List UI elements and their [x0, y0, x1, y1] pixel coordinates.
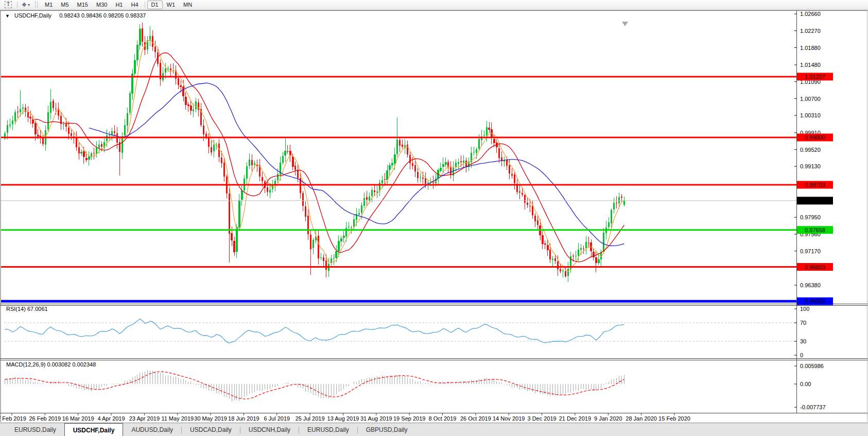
- text-tool-icon: T: [5, 1, 12, 8]
- dropdown-caret-icon: ▾: [28, 3, 30, 7]
- price-badge-0.96803: 0.96803: [797, 263, 833, 271]
- date-tick-label: 26 Feb 2019: [29, 415, 61, 422]
- timeframe-button-group: M1M5M15M30H1H4D1W1MN: [41, 1, 196, 9]
- date-tick-label: 4 Apr 2019: [97, 415, 125, 422]
- svg-text:0.97658: 0.97658: [805, 227, 825, 233]
- date-tick-label: 3 Dec 2019: [527, 415, 556, 422]
- toolbar-separator: [145, 2, 145, 8]
- tab-USDCNH-4[interactable]: USDCNH,Daily: [240, 423, 299, 436]
- timeframe-button-H1[interactable]: H1: [111, 1, 127, 9]
- moving-average-lines: [15, 40, 624, 272]
- price-tick-label: 0.99130: [800, 163, 821, 169]
- current-price-badge: 0.98337: [797, 197, 833, 204]
- tab-GBPUSD-6[interactable]: GBPUSD,Daily: [358, 423, 416, 436]
- macd-scale-label: 0.00: [800, 381, 811, 387]
- chart-title: ▼ USDCHF,Daily 0.98243 0.98436 0.98205 0…: [5, 12, 146, 19]
- svg-text:0.96008: 0.96008: [805, 298, 825, 304]
- tab-EURUSD-5[interactable]: EURUSD,Daily: [299, 423, 357, 436]
- date-tick-label: 13 Aug 2019: [327, 415, 359, 422]
- date-tick-label: 9 Jan 2020: [594, 415, 622, 422]
- rsi-scale-label: 70: [800, 320, 806, 326]
- date-tick-label: 28 Jan 2020: [626, 415, 657, 422]
- timeframe-button-W1[interactable]: W1: [163, 1, 180, 9]
- svg-text:0.96803: 0.96803: [805, 264, 825, 270]
- macd-signal-line: [5, 372, 624, 399]
- chart-ohlc-readout: 0.98243 0.98436 0.98205 0.98337: [59, 12, 146, 19]
- text-tool-button[interactable]: T: [3, 1, 15, 9]
- timeframe-button-M1[interactable]: M1: [41, 1, 57, 9]
- toolbar: T ❖ ▾ M1M5M15M30H1H4D1W1MN: [0, 0, 868, 10]
- timeframe-button-H4[interactable]: H4: [127, 1, 142, 9]
- macd-scale-label: -0.007737: [800, 404, 826, 410]
- date-tick-label: 8 Oct 2019: [429, 415, 457, 422]
- svg-text:0.98337: 0.98337: [805, 198, 825, 204]
- chart-canvas[interactable]: 1.026601.022701.018801.014801.010901.007…: [0, 10, 868, 423]
- date-tick-label: 18 Jun 2019: [228, 415, 259, 422]
- timeframe-button-M30[interactable]: M30: [92, 1, 111, 9]
- shift-marker-icon: [622, 22, 628, 26]
- date-tick-label: 7 Feb 2019: [0, 415, 26, 422]
- price-badge-0.98703: 0.98703: [797, 181, 833, 189]
- timeframe-button-MN[interactable]: MN: [179, 1, 196, 9]
- toolbar-grip[interactable]: [35, 2, 38, 8]
- chart-symbol-label: USDCHF,Daily: [14, 12, 52, 19]
- macd-indicator-label: MACD(12,26,9) 0.003082 0.002348: [6, 361, 96, 368]
- candlestick-series: [4, 23, 625, 282]
- price-tick-label: 1.02270: [800, 28, 821, 34]
- date-tick-label: 31 Aug 2019: [360, 415, 392, 422]
- price-tick-label: 0.99520: [800, 147, 821, 153]
- tab-AUDUSD-2[interactable]: AUDUSD,Daily: [123, 423, 181, 436]
- tab-EURUSD-0[interactable]: EURUSD,Daily: [6, 423, 64, 436]
- price-tick-label: 0.97950: [800, 214, 821, 220]
- rsi-scale-label: 30: [800, 338, 806, 344]
- price-tick-label: 0.96380: [800, 282, 821, 288]
- tab-USDCHF-1[interactable]: USDCHF,Daily: [64, 423, 124, 436]
- rsi-indicator-label: RSI(14) 67.0061: [6, 306, 48, 312]
- timeframe-button-D1[interactable]: D1: [147, 1, 163, 9]
- date-tick-label: 11 May 2019: [161, 415, 194, 422]
- ma-5-line: [15, 40, 624, 272]
- date-tick-label: 15 Feb 2020: [658, 415, 690, 422]
- price-badge-0.97658: 0.97658: [797, 226, 833, 234]
- generated-chart-layers: 1.026601.022701.018801.014801.010901.007…: [0, 10, 868, 422]
- svg-text:0.99800: 0.99800: [805, 134, 825, 141]
- date-tick-label: 14 Nov 2019: [493, 415, 525, 422]
- price-tick-label: 1.00700: [800, 96, 821, 102]
- svg-text:0.98703: 0.98703: [805, 182, 825, 188]
- price-badge-0.96008: 0.96008: [797, 298, 833, 305]
- rsi-scale-label: 0: [800, 352, 803, 358]
- date-tick-label: 21 Dec 2019: [559, 415, 591, 422]
- date-tick-label: 26 Oct 2019: [460, 415, 491, 422]
- toolbar-separator: [17, 2, 18, 8]
- price-badge-1.01207: 1.01207: [797, 73, 833, 80]
- price-tick-label: 1.02660: [800, 11, 821, 17]
- date-tick-label: 23 Apr 2019: [129, 415, 160, 422]
- date-tick-label: 25 Jul 2019: [296, 415, 325, 422]
- date-tick-label: 30 May 2019: [194, 415, 227, 422]
- price-tick-label: 1.01880: [800, 45, 821, 51]
- price-tick-label: 1.00310: [800, 112, 821, 118]
- symbol-tab-bar: EURUSD,DailyUSDCHF,DailyAUDUSD,DailyUSDC…: [0, 423, 868, 436]
- date-tick-label: 19 Sep 2019: [393, 415, 425, 422]
- arrange-windows-icon: ❖: [22, 2, 27, 8]
- date-axis[interactable]: 7 Feb 201926 Feb 201916 Mar 20194 Apr 20…: [0, 413, 690, 422]
- price-tick-label: 1.01480: [800, 62, 821, 68]
- date-tick-label: 6 Jul 2019: [264, 415, 290, 422]
- tab-USDCAD-3[interactable]: USDCAD,Daily: [182, 423, 240, 436]
- price-tick-label: 0.97170: [800, 248, 821, 254]
- timeframe-button-M15[interactable]: M15: [73, 1, 92, 9]
- price-axis[interactable]: 1.026601.022701.018801.014801.010901.007…: [794, 11, 821, 288]
- date-tick-label: 16 Mar 2019: [62, 415, 94, 422]
- svg-text:1.01207: 1.01207: [805, 74, 825, 80]
- arrange-windows-button[interactable]: ❖ ▾: [20, 1, 32, 9]
- price-badge-0.99800: 0.99800: [797, 134, 833, 142]
- macd-histogram: [5, 370, 624, 402]
- timeframe-button-M5[interactable]: M5: [57, 1, 73, 9]
- rsi-scale-label: 100: [800, 306, 809, 312]
- macd-scale-label: 0.005986: [800, 363, 824, 369]
